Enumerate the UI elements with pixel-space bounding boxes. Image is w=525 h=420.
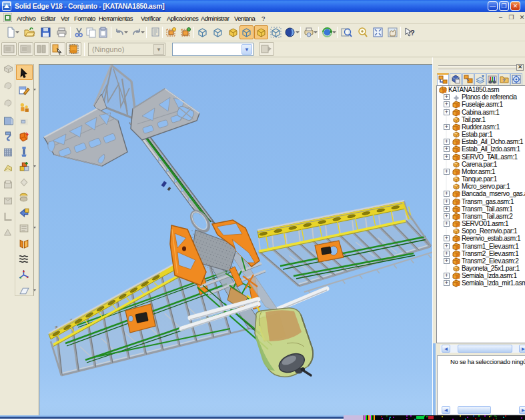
svg-text:?: ?: [410, 29, 415, 37]
svg-text:?: ?: [502, 77, 506, 83]
